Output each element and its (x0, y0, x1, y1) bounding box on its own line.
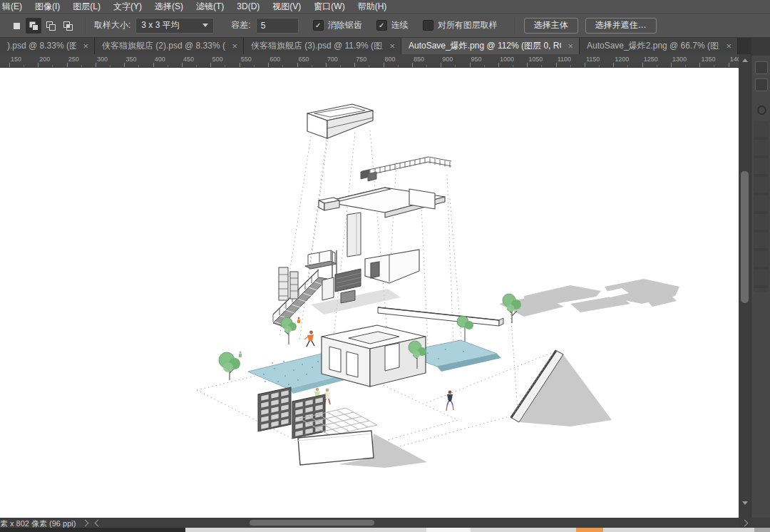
leaning-wall-panel (510, 350, 612, 426)
tab-document-1[interactable]: ).psd @ 8.33% (图层… × (0, 38, 95, 54)
taskbar-segment (426, 528, 471, 532)
sample-size-value: 3 x 3 平均 (141, 19, 179, 31)
menu-view[interactable]: 视图(V) (266, 1, 307, 13)
tab-document-5[interactable]: AutoSave_爆炸2.png @ 66.7% (图层… × (580, 38, 738, 54)
subtract-selection-icon (45, 20, 56, 31)
projection-lines (197, 121, 555, 457)
sample-size-label: 取样大小: (94, 19, 130, 31)
scroll-down-icon[interactable] (742, 501, 748, 505)
selection-mode-group (9, 18, 77, 34)
sample-all-layers-option[interactable]: 对所有图层取样 (423, 19, 498, 31)
entry-wall-panel (298, 431, 427, 468)
louver-panel (258, 387, 291, 431)
sample-all-layers-label: 对所有图层取样 (438, 19, 498, 31)
tab-document-4-active[interactable]: AutoSave_爆炸.png @ 112% (图层 0, RGB/8) * × (401, 38, 580, 54)
walkway-railing (361, 157, 451, 181)
taskbar-segment-accent (576, 528, 603, 532)
exploded-axon-illustration (0, 68, 739, 518)
tolerance-label: 容差: (231, 19, 250, 31)
tab-title: 侠客猫旗舰店 (2).psd @ 8.33% (图层… (102, 40, 225, 52)
close-icon[interactable]: × (389, 41, 395, 51)
building-core (322, 325, 426, 387)
dock-header (751, 37, 770, 56)
taskbar-segment (754, 528, 770, 532)
status-bar: 素 x 802 像素 (96 ppi) (0, 518, 770, 528)
new-selection-mode-button[interactable] (9, 18, 24, 34)
anti-alias-label: 消除锯齿 (328, 19, 362, 31)
menu-edit[interactable]: 辑(E) (0, 1, 29, 13)
site-shadow-plan (499, 279, 679, 317)
subtract-from-selection-mode-button[interactable] (43, 18, 58, 34)
sample-all-layers-checkbox[interactable] (423, 20, 433, 31)
panel-icon[interactable] (755, 78, 768, 91)
select-subject-button[interactable]: 选择主体 (524, 18, 578, 34)
menu-select[interactable]: 选择(S) (148, 1, 190, 13)
menu-image[interactable]: 图像(I) (29, 1, 66, 13)
tree (281, 317, 297, 344)
chevron-down-icon (202, 24, 208, 27)
new-selection-icon (11, 20, 22, 31)
panel-icon[interactable] (755, 61, 768, 74)
scroll-up-icon[interactable] (742, 58, 748, 62)
right-panel-dock (751, 37, 770, 528)
contiguous-checkbox[interactable]: ✓ (376, 20, 387, 31)
vertical-scrollbar-thumb[interactable] (741, 171, 749, 303)
options-separator (85, 17, 86, 34)
mezzanine-wall (365, 250, 419, 283)
tree (219, 352, 240, 380)
collapsed-panel-list[interactable] (754, 121, 769, 292)
taskbar-segment (0, 528, 185, 532)
person-small-left (239, 352, 242, 358)
menu-layer[interactable]: 图层(L) (66, 1, 107, 13)
taskbar-sliver (0, 528, 770, 532)
person-orange (304, 331, 314, 347)
person-dark (446, 391, 453, 411)
select-and-mask-button[interactable]: 选择并遮住… (585, 18, 657, 34)
close-icon[interactable]: × (726, 41, 732, 51)
tab-document-2[interactable]: 侠客猫旗舰店 (2).psd @ 8.33% (图层… × (95, 38, 244, 54)
menu-type[interactable]: 文字(Y) (107, 1, 148, 13)
intersect-selection-mode-button[interactable] (60, 18, 76, 34)
horizontal-scrollbar-thumb[interactable] (250, 520, 374, 526)
tab-title: AutoSave_爆炸.png @ 112% (图层 0, RGB/8) * (409, 40, 561, 52)
tool-options-bar: 取样大小: 3 x 3 平均 容差: ✓ 消除锯齿 ✓ 连续 对所有图层取样 选… (0, 14, 770, 38)
close-icon[interactable]: × (232, 41, 237, 51)
close-icon[interactable]: × (568, 41, 573, 51)
scrollbar-corner (739, 518, 751, 528)
perimeter-wall (378, 307, 503, 326)
options-separator-2 (515, 17, 516, 34)
sample-size-dropdown[interactable]: 3 x 3 平均 (135, 18, 214, 34)
menu-filter[interactable]: 滤镜(T) (190, 1, 230, 13)
document-canvas[interactable] (0, 68, 739, 518)
menu-bar: 辑(E) 图像(I) 图层(L) 文字(Y) 选择(S) 滤镜(T) 3D(D)… (0, 0, 770, 14)
upper-floor-plate (319, 188, 445, 218)
status-options-chevron-icon[interactable] (82, 520, 89, 527)
scroll-right-icon[interactable] (741, 520, 749, 527)
menu-3d[interactable]: 3D(D) (230, 1, 266, 11)
tab-document-3[interactable]: 侠客猫旗舰店 (3).psd @ 11.9% (图层… × (244, 38, 401, 54)
horizontal-ruler: 1502002503003504004505005506006507007508… (0, 54, 739, 68)
tab-title: AutoSave_爆炸2.png @ 66.7% (图层… (587, 40, 719, 52)
vertical-scrollbar[interactable] (739, 54, 751, 518)
equipment-unit (322, 250, 361, 303)
support-column (347, 213, 361, 257)
gear-icon[interactable] (757, 106, 766, 115)
person-small-sitting (297, 317, 300, 324)
intersect-selection-icon (62, 20, 73, 31)
contiguous-option[interactable]: ✓ 连续 (376, 19, 409, 31)
roof-box (307, 104, 373, 138)
add-to-selection-mode-button[interactable] (26, 18, 41, 34)
scroll-left-icon[interactable] (95, 520, 102, 527)
document-tab-bar: ).psd @ 8.33% (图层… × 侠客猫旗舰店 (2).psd @ 8.… (0, 38, 770, 54)
menu-window[interactable]: 窗口(W) (307, 1, 351, 13)
anti-alias-checkbox[interactable]: ✓ (313, 20, 324, 31)
anti-alias-option[interactable]: ✓ 消除锯齿 (313, 19, 362, 31)
close-icon[interactable]: × (83, 41, 88, 51)
add-selection-icon (28, 20, 39, 31)
tolerance-input[interactable] (256, 18, 299, 34)
tab-title: 侠客猫旗舰店 (3).psd @ 11.9% (图层… (251, 40, 383, 52)
contiguous-label: 连续 (391, 19, 409, 31)
tab-title: ).psd @ 8.33% (图层… (7, 40, 76, 52)
menu-help[interactable]: 帮助(H) (351, 1, 394, 13)
tree (503, 294, 521, 323)
